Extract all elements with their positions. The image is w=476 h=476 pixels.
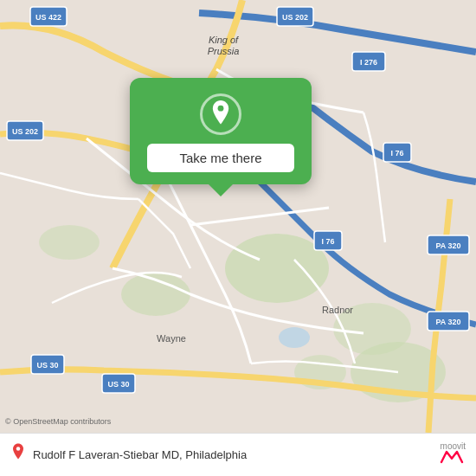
location-pin-icon: [209, 100, 233, 128]
map-background: US 422 US 202 US 202 I 276 I 76 I 76 PA …: [0, 0, 476, 433]
svg-text:Wayne: Wayne: [157, 333, 186, 344]
svg-text:King of: King of: [209, 35, 239, 45]
location-icon-circle: [200, 93, 241, 135]
svg-text:Prussia: Prussia: [208, 46, 240, 56]
svg-text:US 30: US 30: [36, 361, 58, 370]
moovit-icon: [438, 449, 466, 465]
svg-text:PA 320: PA 320: [435, 318, 460, 326]
svg-point-4: [39, 225, 100, 260]
bottom-bar: Rudolf F Laveran-Stiebar MD, Philadelphi…: [0, 433, 476, 476]
svg-text:US 30: US 30: [107, 380, 129, 389]
svg-text:US 202: US 202: [12, 127, 38, 136]
svg-point-34: [16, 447, 21, 451]
map-container: US 422 US 202 US 202 I 276 I 76 I 76 PA …: [0, 0, 476, 433]
svg-text:I 76: I 76: [390, 149, 403, 158]
location-label: Rudolf F Laveran-Stiebar MD, Philadelphi…: [33, 448, 431, 461]
svg-text:US 202: US 202: [282, 13, 308, 22]
svg-text:I 76: I 76: [321, 237, 334, 246]
location-pin-icon: [10, 443, 26, 466]
svg-text:Radnor: Radnor: [322, 305, 353, 315]
take-me-there-button[interactable]: Take me there: [147, 144, 294, 172]
svg-point-1: [225, 234, 329, 303]
svg-text:US 422: US 422: [35, 13, 61, 22]
svg-text:PA 320: PA 320: [435, 241, 460, 250]
svg-text:I 276: I 276: [360, 58, 377, 67]
moovit-logo: moovit: [438, 441, 466, 468]
popup-card: Take me there: [130, 78, 312, 184]
svg-text:© OpenStreetMap contributors: © OpenStreetMap contributors: [5, 417, 112, 426]
svg-point-33: [218, 106, 224, 112]
svg-point-7: [279, 327, 310, 348]
